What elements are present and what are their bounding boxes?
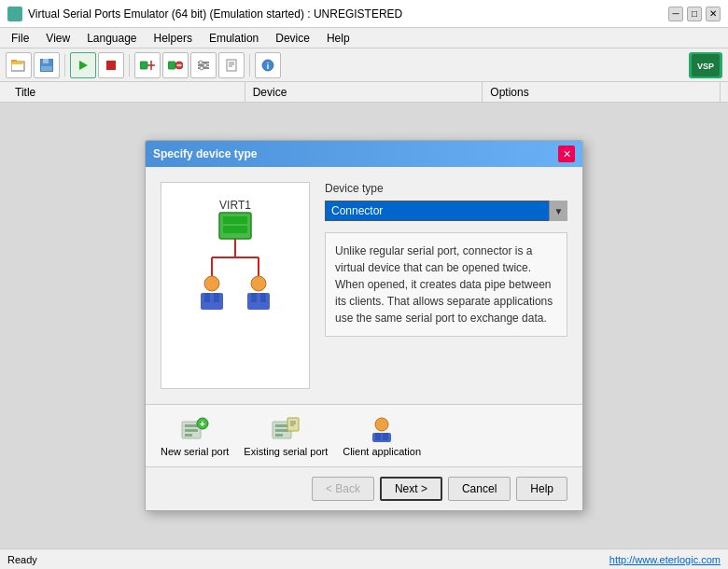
svg-text:+: + [200,419,205,429]
menu-file[interactable]: File [4,30,36,47]
svg-point-57 [375,418,388,431]
close-button[interactable]: ✕ [706,7,721,21]
dialog-footer: < Back Next > Cancel Help [146,466,582,510]
right-panel: Device type Connector Serial port Client… [325,182,567,389]
svg-rect-6 [106,61,116,70]
device-type-row: Connector Serial port Client application… [325,201,567,221]
device-diagram: VIRT1 [175,192,296,379]
svg-rect-7 [140,62,147,69]
svg-point-18 [200,66,203,70]
menu-language[interactable]: Language [79,30,144,47]
table-header: Title Device Options [0,82,728,103]
svg-rect-60 [383,433,388,440]
svg-rect-51 [275,429,288,432]
device-type-select[interactable]: Connector Serial port Client application [325,201,567,221]
svg-rect-42 [260,293,266,302]
menu-view[interactable]: View [38,30,77,47]
app-icon [7,7,22,21]
existing-serial-port-icon [271,414,301,444]
svg-marker-5 [79,61,88,70]
svg-rect-50 [275,424,288,427]
window-controls: ─ □ ✕ [668,7,721,21]
svg-rect-53 [287,418,299,431]
toolbar: i VSP [0,49,728,82]
status-url: http://www.eterlogic.com [609,554,721,565]
open-button[interactable] [6,52,32,78]
menu-emulation[interactable]: Emulation [202,30,266,47]
svg-rect-36 [201,293,223,310]
existing-serial-port-label: Existing serial port [244,446,328,457]
dialog-overlay: Specify device type ✕ VIRT1 [0,103,728,548]
svg-rect-10 [168,62,175,69]
toolbar-sep-1 [64,54,65,76]
svg-rect-45 [185,429,198,432]
dialog-title-bar: Specify device type ✕ [146,141,582,167]
svg-text:VIRT1: VIRT1 [219,199,251,212]
play-button[interactable] [70,52,96,78]
save-button[interactable] [34,52,60,78]
menu-bar: File View Language Helpers Emulation Dev… [0,28,728,49]
existing-serial-port-item: Existing serial port [244,414,328,457]
new-serial-port-label: New serial port [161,446,229,457]
main-area: Specify device type ✕ VIRT1 [0,103,728,548]
toolbar-sep-2 [129,54,130,76]
device-type-select-wrapper: Connector Serial port Client application… [325,201,567,221]
add-connector-button[interactable] [134,52,161,78]
svg-text:i: i [267,62,270,71]
svg-point-39 [251,276,266,291]
svg-rect-37 [204,293,210,302]
col-options: Options [483,82,721,102]
svg-point-16 [199,61,203,64]
client-application-item: Client application [343,414,421,457]
device-type-label: Device type [325,182,567,195]
svg-rect-30 [223,226,247,233]
specify-device-dialog: Specify device type ✕ VIRT1 [145,140,583,511]
col-title: Title [7,82,245,102]
svg-rect-52 [275,434,283,437]
svg-rect-29 [223,216,247,224]
svg-rect-44 [185,424,198,427]
status-bar: Ready http://www.eterlogic.com [0,548,728,569]
status-text: Ready [7,554,37,565]
next-button[interactable]: Next > [380,477,442,501]
svg-rect-4 [41,66,52,71]
toolbar-sep-3 [249,54,250,76]
properties-button[interactable] [218,52,245,78]
menu-help[interactable]: Help [319,30,357,47]
svg-rect-19 [227,60,236,71]
dialog-close-button[interactable]: ✕ [558,146,575,162]
new-serial-port-icon: + [180,414,210,444]
new-serial-port-item: + New serial port [161,414,229,457]
client-application-label: Client application [343,446,421,457]
svg-point-35 [204,276,219,291]
svg-point-17 [203,63,207,67]
col-device: Device [245,82,483,102]
remove-button[interactable] [162,52,189,78]
svg-text:VSP: VSP [697,62,714,71]
info-button[interactable]: i [255,52,281,78]
svg-rect-41 [251,293,257,302]
svg-rect-38 [214,293,219,302]
back-button[interactable]: < Back [312,477,374,501]
app-logo: VSP [689,52,722,78]
maximize-button[interactable]: □ [687,7,702,21]
icons-row: + New serial port [146,404,582,466]
client-application-icon [367,414,397,444]
minimize-button[interactable]: ─ [668,7,683,21]
svg-rect-59 [375,433,381,440]
diagram-panel: VIRT1 [161,182,310,389]
dialog-body: VIRT1 [146,167,582,404]
settings-button[interactable] [190,52,217,78]
svg-rect-3 [43,59,49,63]
menu-helpers[interactable]: Helpers [147,30,200,47]
dialog-title: Specify device type [153,147,257,160]
help-button[interactable]: Help [516,477,567,501]
cancel-button[interactable]: Cancel [448,477,511,501]
stop-button[interactable] [98,52,124,78]
device-description: Unlike regular serial port, connector is… [325,232,567,337]
svg-rect-46 [185,434,192,437]
menu-device[interactable]: Device [268,30,317,47]
dialog-layout: VIRT1 [161,182,567,389]
title-bar: Virtual Serial Ports Emulator (64 bit) (… [0,0,728,28]
window-title: Virtual Serial Ports Emulator (64 bit) (… [28,7,402,21]
